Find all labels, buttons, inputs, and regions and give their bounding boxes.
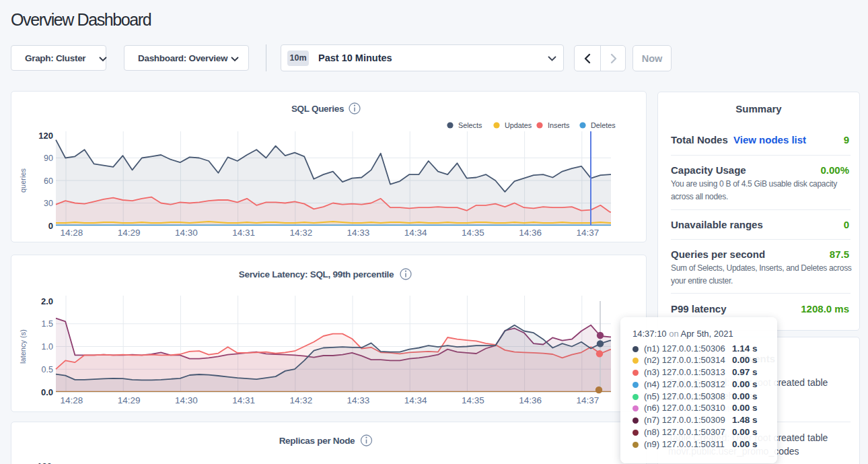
svg-text:0.0: 0.0 xyxy=(41,387,53,397)
svg-text:Service Latency: SQL, 99th per: Service Latency: SQL, 99th percentile xyxy=(239,269,394,279)
svg-text:14:30: 14:30 xyxy=(175,228,198,238)
svg-text:14:32: 14:32 xyxy=(289,228,312,238)
svg-text:14:29: 14:29 xyxy=(118,395,141,405)
svg-text:14:37: 14:37 xyxy=(576,228,599,238)
svg-text:14:33: 14:33 xyxy=(347,228,370,238)
svg-text:0.5: 0.5 xyxy=(42,365,53,374)
svg-text:14:32: 14:32 xyxy=(289,395,312,405)
svg-text:120: 120 xyxy=(38,131,53,141)
svg-text:14:29: 14:29 xyxy=(118,228,141,238)
svg-text:SQL Queries: SQL Queries xyxy=(291,104,344,114)
svg-text:30: 30 xyxy=(44,199,53,208)
svg-text:120: 120 xyxy=(37,461,52,464)
svg-text:14:28: 14:28 xyxy=(61,228,83,238)
svg-text:14:31: 14:31 xyxy=(232,395,255,405)
svg-text:14:35: 14:35 xyxy=(462,395,484,405)
svg-text:Inserts: Inserts xyxy=(548,121,570,129)
svg-text:latency (s): latency (s) xyxy=(19,329,27,364)
svg-text:90: 90 xyxy=(44,154,53,163)
svg-text:14:31: 14:31 xyxy=(232,228,255,238)
svg-text:2.0: 2.0 xyxy=(41,296,53,306)
svg-text:14:36: 14:36 xyxy=(519,395,542,405)
svg-text:14:33: 14:33 xyxy=(347,395,370,405)
svg-text:14:37: 14:37 xyxy=(576,395,599,405)
svg-text:0: 0 xyxy=(48,221,53,231)
svg-text:60: 60 xyxy=(44,176,53,186)
svg-text:queries: queries xyxy=(19,168,27,193)
svg-text:1.0: 1.0 xyxy=(42,342,53,352)
svg-text:14:36: 14:36 xyxy=(519,228,542,238)
svg-text:14:34: 14:34 xyxy=(404,228,427,238)
svg-text:Deletes: Deletes xyxy=(591,121,616,129)
svg-text:Updates: Updates xyxy=(505,121,532,129)
svg-text:14:28: 14:28 xyxy=(61,395,83,405)
svg-text:Replicas per Node: Replicas per Node xyxy=(279,436,355,446)
svg-text:1.5: 1.5 xyxy=(42,319,53,329)
svg-text:14:30: 14:30 xyxy=(175,395,198,405)
svg-text:14:35: 14:35 xyxy=(462,228,484,238)
svg-text:14:34: 14:34 xyxy=(404,395,427,405)
svg-text:Selects: Selects xyxy=(458,121,482,129)
